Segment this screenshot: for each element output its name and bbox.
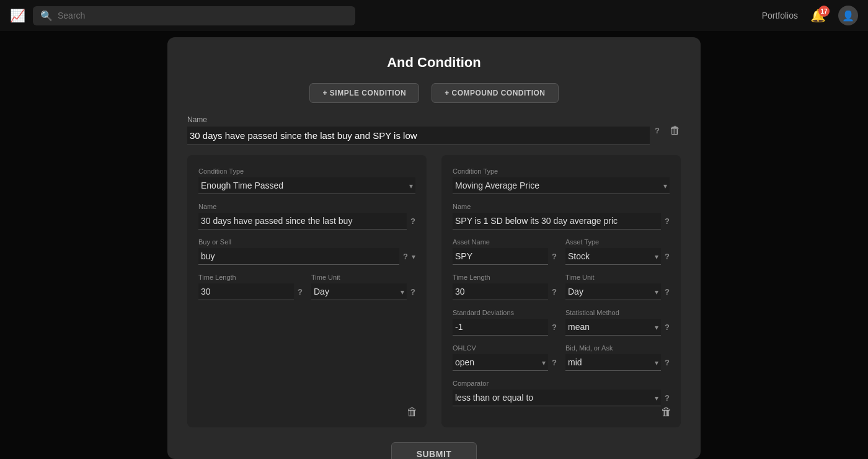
condition-name-row: Name ? 🗑	[187, 115, 681, 145]
left-buy-sell-input[interactable]	[198, 248, 399, 265]
right-ohlcv-select[interactable]: open	[453, 354, 548, 371]
notification-bell-container[interactable]: 🔔 17	[810, 8, 826, 23]
submit-button[interactable]: SUBMIT	[391, 442, 477, 459]
right-stat-method-help-icon[interactable]: ?	[665, 323, 670, 332]
right-time-unit-label: Time Unit	[565, 274, 670, 281]
left-name-row: ?	[198, 213, 415, 230]
left-buy-sell-group: Buy or Sell ? ▾	[198, 238, 415, 265]
left-time-row: Time Length ? Time Unit Day	[198, 274, 415, 309]
right-bid-mid-ask-select-wrap: mid	[565, 354, 661, 371]
left-time-length-group: Time Length ?	[198, 274, 303, 300]
left-time-unit-select-wrap: Day	[311, 283, 407, 300]
nav-right: Portfolios 🔔 17 👤	[762, 6, 858, 25]
right-time-length-group: Time Length ?	[453, 274, 557, 300]
right-asset-type-select[interactable]: Stock	[565, 248, 661, 265]
right-stat-method-row: mean ?	[565, 319, 670, 336]
right-time-row: Time Length ? Time Unit Day	[453, 274, 670, 309]
right-std-dev-input[interactable]	[453, 319, 548, 336]
right-time-unit-row: Day ?	[565, 283, 670, 300]
right-comparator-select-wrap: less than or equal to	[453, 390, 661, 406]
right-name-label: Name	[453, 203, 670, 210]
right-condition-type-select-wrap: Moving Average Price	[453, 177, 670, 194]
left-name-help-icon[interactable]: ?	[410, 216, 415, 226]
right-ohlcv-label: OHLCV	[453, 344, 557, 352]
name-help-icon[interactable]: ?	[655, 126, 660, 135]
notification-badge: 17	[818, 6, 830, 17]
right-stats-row: Standard Deviations ? Statistical Method…	[453, 309, 670, 344]
left-card-delete-icon[interactable]: 🗑	[407, 406, 418, 419]
right-stat-method-group: Statistical Method mean ?	[565, 309, 670, 336]
left-buy-sell-help-icon[interactable]: ?	[403, 252, 408, 261]
left-time-unit-label: Time Unit	[311, 274, 415, 281]
top-navigation: 📈 🔍 Portfolios 🔔 17 👤	[0, 0, 868, 31]
left-time-unit-row: Day ?	[311, 283, 415, 300]
right-asset-type-group: Asset Type Stock ?	[565, 238, 670, 265]
right-std-dev-group: Standard Deviations ?	[453, 309, 557, 336]
right-comparator-select[interactable]: less than or equal to	[453, 390, 661, 406]
right-bid-mid-ask-label: Bid, Mid, or Ask	[565, 344, 670, 352]
right-name-help-icon[interactable]: ?	[665, 216, 670, 226]
right-bid-mid-ask-group: Bid, Mid, or Ask mid ?	[565, 344, 670, 371]
right-asset-type-help-icon[interactable]: ?	[665, 252, 670, 261]
left-condition-type-select[interactable]: Enough Time Passed	[198, 177, 415, 194]
condition-delete-icon[interactable]: 🗑	[670, 124, 681, 137]
right-condition-type-row: Moving Average Price	[453, 177, 670, 194]
right-asset-name-input[interactable]	[453, 248, 548, 265]
right-card-delete-icon[interactable]: 🗑	[661, 406, 672, 419]
condition-type-buttons: + SIMPLE CONDITION + COMPOUND CONDITION	[187, 83, 681, 103]
left-name-label: Name	[198, 203, 415, 210]
add-simple-condition-button[interactable]: + SIMPLE CONDITION	[309, 83, 419, 103]
right-name-input[interactable]	[453, 213, 661, 230]
right-bid-mid-ask-help-icon[interactable]: ?	[665, 358, 670, 367]
right-time-unit-group: Time Unit Day ?	[565, 274, 670, 300]
right-asset-row: Asset Name ? Asset Type Stock	[453, 238, 670, 274]
right-time-length-row: ?	[453, 283, 557, 300]
right-std-dev-help-icon[interactable]: ?	[552, 323, 557, 332]
right-bid-mid-ask-select[interactable]: mid	[565, 354, 661, 371]
right-ohlcv-row-inner: open ?	[453, 354, 557, 371]
right-asset-type-row: Stock ?	[565, 248, 670, 265]
right-condition-type-select[interactable]: Moving Average Price	[453, 177, 670, 194]
condition-name-input[interactable]	[187, 127, 650, 145]
right-stat-method-select[interactable]: mean	[565, 319, 661, 336]
left-buy-sell-chevron-icon: ▾	[412, 252, 415, 261]
right-asset-name-label: Asset Name	[453, 238, 557, 246]
left-time-length-help-icon[interactable]: ?	[298, 287, 303, 296]
right-comparator-help-icon[interactable]: ?	[665, 393, 670, 403]
left-time-unit-help-icon[interactable]: ?	[410, 287, 415, 296]
right-comparator-label: Comparator	[453, 380, 670, 387]
right-asset-type-label: Asset Type	[565, 238, 670, 246]
submit-row: SUBMIT	[187, 442, 681, 459]
right-time-length-help-icon[interactable]: ?	[552, 287, 557, 296]
left-name-group: Name ?	[198, 203, 415, 230]
left-time-length-input[interactable]	[198, 283, 294, 300]
portfolios-link[interactable]: Portfolios	[762, 11, 798, 20]
right-time-length-input[interactable]	[453, 283, 548, 300]
right-time-unit-select-wrap: Day	[565, 283, 661, 300]
right-time-unit-select[interactable]: Day	[565, 283, 661, 300]
search-box[interactable]: 🔍	[33, 6, 355, 25]
left-name-input[interactable]	[198, 213, 407, 230]
left-time-length-row: ?	[198, 283, 303, 300]
left-time-unit-select[interactable]: Day	[311, 283, 407, 300]
avatar[interactable]: 👤	[838, 6, 858, 25]
right-ohlcv-help-icon[interactable]: ?	[552, 358, 557, 367]
condition-name-label: Name	[187, 115, 650, 124]
add-compound-condition-button[interactable]: + COMPOUND CONDITION	[432, 83, 558, 103]
search-input[interactable]	[58, 11, 348, 20]
right-ohlcv-group: OHLCV open ?	[453, 344, 557, 371]
right-asset-name-row: ?	[453, 248, 557, 265]
right-time-length-label: Time Length	[453, 274, 557, 281]
left-condition-type-row: Enough Time Passed	[198, 177, 415, 194]
right-ohlcv-row: OHLCV open ? Bid, Mid, or Ask	[453, 344, 670, 380]
right-time-unit-help-icon[interactable]: ?	[665, 287, 670, 296]
left-buy-sell-label: Buy or Sell	[198, 238, 415, 246]
right-asset-name-help-icon[interactable]: ?	[552, 252, 557, 261]
condition-name-wrap: Name	[187, 115, 650, 145]
right-stat-method-select-wrap: mean	[565, 319, 661, 336]
right-asset-name-group: Asset Name ?	[453, 238, 557, 265]
left-time-length-label: Time Length	[198, 274, 303, 281]
modal-title: And Condition	[187, 55, 681, 71]
right-stat-method-label: Statistical Method	[565, 309, 670, 316]
right-name-group: Name ?	[453, 203, 670, 230]
